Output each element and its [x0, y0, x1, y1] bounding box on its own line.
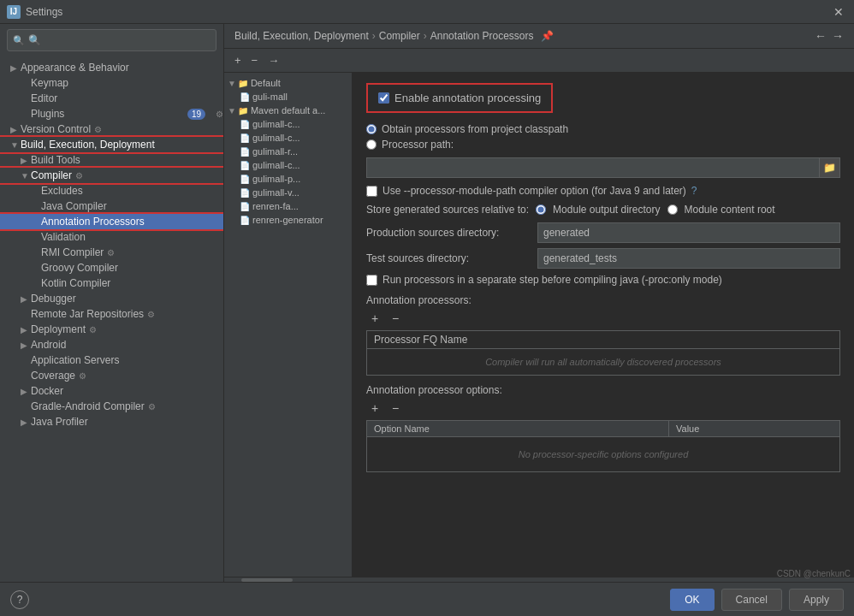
plugins-badge: 19	[187, 109, 205, 120]
run-processors-label: Run processors in a separate step before…	[383, 274, 722, 286]
file-label: gulimall-c...	[252, 133, 300, 143]
file-label: gulimall-c...	[252, 160, 300, 170]
sidebar: 🔍 ▶ Appearance & Behavior Keymap Editor …	[0, 24, 224, 582]
sidebar-item-remote-jar[interactable]: Remote Jar Repositories ⚙	[0, 306, 223, 322]
apply-button[interactable]: Apply	[789, 589, 844, 611]
test-sources-input[interactable]	[537, 248, 840, 269]
breadcrumb-build: Build, Execution, Deployment	[234, 30, 369, 42]
file-item-renren-fa[interactable]: 📄 renren-fa...	[224, 199, 352, 213]
run-processors-checkbox[interactable]	[366, 275, 377, 286]
sidebar-item-deployment[interactable]: ▶ Deployment ⚙	[0, 322, 223, 337]
sidebar-item-gradle-android[interactable]: Gradle-Android Compiler ⚙	[0, 399, 223, 414]
remove-processor-button[interactable]: −	[387, 310, 404, 327]
file-label: Maven default a...	[251, 105, 325, 116]
sidebar-item-label: Appearance & Behavior	[21, 62, 129, 74]
file-item-gulimall-c2[interactable]: 📄 gulimall-c...	[224, 131, 352, 145]
horizontal-scrollbar[interactable]	[224, 577, 854, 582]
split-view: ▼ 📁 Default 📄 guli-mall ▼ 📁 Maven defaul…	[224, 73, 854, 577]
sidebar-item-groovy-compiler[interactable]: Groovy Compiler	[0, 260, 223, 275]
add-button[interactable]: +	[231, 52, 245, 68]
file-item-default[interactable]: ▼ 📁 Default	[224, 76, 352, 90]
file-item-gulimall[interactable]: 📄 guli-mall	[224, 90, 352, 104]
help-button[interactable]: ?	[10, 590, 29, 609]
sidebar-item-java-profiler[interactable]: ▶ Java Profiler	[0, 414, 223, 429]
annotation-options-title: Annotation processor options:	[366, 384, 840, 396]
remove-option-button[interactable]: −	[387, 400, 404, 417]
sidebar-item-app-servers[interactable]: Application Servers	[0, 352, 223, 368]
scroll-thumb[interactable]	[241, 578, 293, 582]
sidebar-item-appearance[interactable]: ▶ Appearance & Behavior	[0, 60, 223, 75]
sidebar-item-label: Docker	[31, 385, 63, 397]
bottom-bar: ? OK Cancel Apply	[0, 582, 854, 616]
file-item-gulimall-v[interactable]: 📄 gulimall-v...	[224, 186, 352, 199]
processor-module-checkbox[interactable]	[366, 186, 377, 197]
sidebar-item-plugins[interactable]: Plugins 19 ⚙	[0, 106, 223, 121]
sidebar-item-android[interactable]: ▶ Android	[0, 337, 223, 352]
help-icon[interactable]: ?	[691, 185, 697, 197]
obtain-radio[interactable]	[366, 124, 377, 134]
module-content-radio[interactable]	[667, 204, 678, 215]
sidebar-item-label: Annotation Processors	[41, 216, 145, 228]
processor-path-input-row: 📁	[366, 157, 840, 178]
expand-icon: ▼	[228, 79, 236, 88]
sidebar-item-compiler[interactable]: ▼ Compiler ⚙	[0, 168, 223, 183]
sidebar-item-label: Application Servers	[31, 354, 119, 366]
sidebar-item-debugger[interactable]: ▶ Debugger	[0, 291, 223, 306]
sidebar-item-version-control[interactable]: ▶ Version Control ⚙	[0, 121, 223, 137]
navigate-button[interactable]: →	[264, 52, 282, 68]
file-icon: 📄	[240, 188, 250, 198]
add-option-button[interactable]: +	[366, 400, 383, 417]
pin-icon[interactable]: 📌	[541, 30, 554, 42]
sidebar-item-build-execution[interactable]: ▼ Build, Execution, Deployment	[0, 137, 223, 152]
sidebar-item-build-tools[interactable]: ▶ Build Tools	[0, 152, 223, 168]
ok-button[interactable]: OK	[670, 589, 714, 611]
sidebar-item-docker[interactable]: ▶ Docker	[0, 383, 223, 399]
search-box[interactable]: 🔍	[7, 29, 216, 51]
sidebar-item-label: Remote Jar Repositories	[31, 308, 144, 320]
options-toolbar: + −	[366, 400, 840, 417]
sidebar-item-java-compiler[interactable]: Java Compiler	[0, 198, 223, 214]
enable-checkbox[interactable]	[378, 92, 389, 104]
sidebar-item-excludes[interactable]: Excludes	[0, 183, 223, 198]
cancel-button[interactable]: Cancel	[721, 589, 782, 611]
file-icon: 📄	[240, 161, 250, 170]
file-item-gulimall-c1[interactable]: 📄 gulimall-c...	[224, 117, 352, 131]
breadcrumb-annotation: Annotation Processors	[430, 30, 534, 42]
back-button[interactable]: ←	[815, 29, 827, 43]
file-item-gulimall-c3[interactable]: 📄 gulimall-c...	[224, 158, 352, 172]
sidebar-item-label: Excludes	[41, 185, 83, 197]
processor-path-input[interactable]	[366, 157, 820, 178]
file-item-gulimall-r[interactable]: 📄 gulimall-r...	[224, 145, 352, 158]
search-input[interactable]	[28, 34, 211, 46]
gear-icon: ⚙	[216, 110, 223, 119]
sidebar-item-annotation-processors[interactable]: Annotation Processors	[0, 214, 223, 229]
sidebar-item-label: Build, Execution, Deployment	[21, 139, 155, 151]
breadcrumb-sep2: ›	[424, 30, 427, 42]
close-button[interactable]: ✕	[830, 3, 847, 21]
production-sources-input[interactable]	[537, 222, 840, 243]
obtain-processors-row: Obtain processors from project classpath	[366, 123, 840, 135]
file-item-renren-gen[interactable]: 📄 renren-generator	[224, 213, 352, 227]
breadcrumb-compiler: Compiler	[379, 30, 420, 42]
main-layout: 🔍 ▶ Appearance & Behavior Keymap Editor …	[0, 24, 854, 582]
browse-button[interactable]: 📁	[820, 157, 840, 178]
sidebar-item-kotlin-compiler[interactable]: Kotlin Compiler	[0, 275, 223, 291]
file-item-gulimall-p[interactable]: 📄 gulimall-p...	[224, 172, 352, 186]
sidebar-item-editor[interactable]: Editor	[0, 91, 223, 106]
file-icon: 📄	[240, 147, 250, 157]
breadcrumb-nav: ← →	[815, 29, 844, 43]
annotation-processors-title: Annotation processors:	[366, 294, 840, 306]
sidebar-item-validation[interactable]: Validation	[0, 229, 223, 245]
file-item-maven[interactable]: ▼ 📁 Maven default a...	[224, 104, 352, 117]
module-output-radio[interactable]	[536, 204, 546, 215]
sidebar-item-coverage[interactable]: Coverage ⚙	[0, 368, 223, 383]
forward-button[interactable]: →	[832, 29, 844, 43]
sidebar-item-rmi-compiler[interactable]: RMI Compiler ⚙	[0, 245, 223, 260]
remove-button[interactable]: −	[248, 52, 262, 68]
options-table-header: Option Name Value	[367, 421, 839, 437]
source-radio-group: Obtain processors from project classpath…	[366, 123, 840, 151]
sidebar-item-label: Gradle-Android Compiler	[31, 400, 145, 412]
sidebar-item-keymap[interactable]: Keymap	[0, 75, 223, 91]
processor-path-radio[interactable]	[366, 139, 377, 150]
add-processor-button[interactable]: +	[366, 310, 383, 327]
